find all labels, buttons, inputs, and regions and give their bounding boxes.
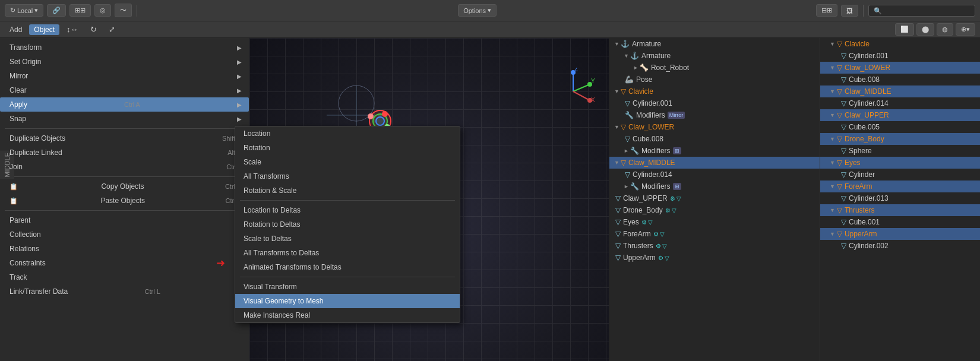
options-dropdown[interactable]: Options ▾: [458, 4, 497, 17]
submenu-rotation-scale[interactable]: Rotation & Scale: [235, 183, 460, 198]
menu-item-dup-linked[interactable]: Duplicate Linked Alt D: [0, 145, 249, 160]
menu-item-paste-objects[interactable]: 📋 Paste Objects Ctrl V: [0, 194, 249, 208]
scene-item-claw-upper[interactable]: ▽ Claw_UPPER ⚙ ▽: [609, 192, 820, 204]
submenu-scale-deltas[interactable]: Scale to Deltas: [235, 232, 460, 246]
local-dropdown[interactable]: ↻ Local ▾: [5, 4, 43, 17]
outliner-item-o-forearm[interactable]: ▼ ▽ ForeArm: [820, 180, 980, 192]
scene-item-cyl-001[interactable]: ▽ Cylinder.001: [609, 97, 820, 109]
arrow-icon: ▶: [237, 102, 242, 108]
curve-btn[interactable]: 〜: [115, 4, 132, 17]
menu-item-clear[interactable]: Clear ▶: [0, 83, 249, 97]
menu-item-relations[interactable]: Relations ▶: [0, 242, 249, 256]
scene-item-drone-body[interactable]: ▽ Drone_Body ⚙ ▽: [609, 204, 820, 216]
menu-item-snap[interactable]: Snap ▶: [0, 112, 249, 126]
menu-item-constraints[interactable]: Constraints ➜ ▶: [0, 256, 249, 270]
divider1: [5, 128, 244, 129]
menu-item-collection[interactable]: Collection ▶: [0, 227, 249, 242]
submenu-rotation[interactable]: Rotation: [235, 141, 460, 155]
outliner-item-o-eyes[interactable]: ▼ ▽ Eyes: [820, 157, 980, 169]
outliner-item-o-cyl002[interactable]: ▽ Cylinder.002: [820, 240, 980, 252]
sphere-icon[interactable]: ◍: [937, 23, 953, 36]
outliner-item-o-cube005[interactable]: ▽ Cube.005: [820, 121, 980, 133]
arrow-icon: ▶: [237, 45, 242, 51]
submenu-scale[interactable]: Scale: [235, 155, 460, 169]
menu-item-apply[interactable]: Apply Ctrl A ▶: [0, 97, 249, 112]
outliner-item-o-cyl014[interactable]: ▽ Cylinder.014: [820, 97, 980, 109]
menu-item-parent[interactable]: Parent ▶: [0, 213, 249, 227]
scene-item-root-robot[interactable]: ► 🦴 Root_Robot: [609, 62, 820, 74]
local-icon: ↻: [10, 7, 15, 14]
scene-item-cube-008[interactable]: ▽ Cube.008: [609, 133, 820, 145]
red-arrow-constraints: ➜: [216, 256, 225, 270]
scene-item-mod-3[interactable]: ► 🔧 Modifiers ⊞: [609, 180, 820, 192]
outliner-item-o-upperarm[interactable]: ▼ ▽ UpperArm: [820, 228, 980, 240]
outliner-item-o-clavicle[interactable]: ▼ ▽ Clavicle: [820, 38, 980, 50]
scene-item-mod-1[interactable]: 🔧 Modifiers Mirror: [609, 109, 820, 121]
scale-icon[interactable]: ⤢: [104, 23, 120, 36]
submenu-rot-deltas[interactable]: Rotation to Deltas: [235, 217, 460, 232]
o-label: UpperArm: [845, 230, 877, 238]
outliner-item-o-cyl001[interactable]: ▽ Cylinder.001: [820, 50, 980, 62]
menu-item-copy-objects[interactable]: 📋 Copy Objects Ctrl C: [0, 179, 249, 194]
scene-item-mod-2[interactable]: ► 🔧 Modifiers ⊞: [609, 145, 820, 157]
cube-icon[interactable]: ⬜: [895, 23, 914, 36]
transform-icon[interactable]: ↕↔: [62, 23, 83, 36]
outliner-item-o-cube001[interactable]: ▽ Cube.001: [820, 216, 980, 228]
outliner-item-o-claw-middle[interactable]: ▼ ▽ Claw_MIDDLE: [820, 86, 980, 97]
submenu-make-instances[interactable]: Make Instances Real: [235, 308, 460, 322]
scene-item-clavicle[interactable]: ▼ ▽ Clavicle: [609, 86, 820, 97]
submenu-loc-deltas[interactable]: Location to Deltas: [235, 203, 460, 217]
submenu-visual-transform[interactable]: Visual Transform: [235, 280, 460, 294]
scene-item-claw-lower[interactable]: ▼ ▽ Claw_LOWER: [609, 121, 820, 133]
tree-type-icon: ▽: [615, 218, 621, 226]
layout-btn[interactable]: ⊟⊞: [816, 4, 837, 17]
scene-item-cyl-014[interactable]: ▽ Cylinder.014: [609, 169, 820, 180]
o-arrow: ▼: [830, 231, 835, 237]
menu-item-link-transfer[interactable]: Link/Transfer Data Ctrl L ▶: [0, 284, 249, 299]
search-input[interactable]: [868, 5, 975, 17]
outliner-item-o-thrusters[interactable]: ▼ ▽ Thrusters: [820, 204, 980, 216]
outliner-item-o-claw-upper[interactable]: ▼ ▽ Claw_UPPER: [820, 109, 980, 121]
submenu-visual-geo[interactable]: Visual Geometry to Mesh: [235, 294, 460, 308]
scene-item-armature-root[interactable]: ▼ ⚓ Armature: [609, 38, 820, 50]
link-btn[interactable]: 🔗: [47, 4, 66, 17]
rotate-icon[interactable]: ↻: [86, 23, 102, 36]
o-label: Sphere: [849, 147, 872, 155]
scene-item-forearm[interactable]: ▽ ForeArm ⚙ ▽: [609, 228, 820, 240]
tree-label: Armature: [632, 40, 661, 48]
tree-label: Claw_MIDDLE: [628, 159, 675, 167]
scene-item-eyes[interactable]: ▽ Eyes ⚙ ▽: [609, 216, 820, 228]
menu-item-dup-objects[interactable]: Duplicate Objects Shift D: [0, 131, 249, 145]
tree-arrow: ►: [633, 65, 638, 71]
menu-item-mirror[interactable]: Mirror ▶: [0, 69, 249, 83]
object-button[interactable]: Object: [29, 24, 59, 35]
outliner-item-o-cyl013[interactable]: ▽ Cylinder.013: [820, 192, 980, 204]
image-btn[interactable]: 🖼: [841, 5, 858, 17]
scene-item-upperarm[interactable]: ▽ UpperArm ⚙ ▽: [609, 252, 820, 264]
scene-item-claw-middle[interactable]: ▼ ▽ Claw_MIDDLE: [609, 157, 820, 169]
scene-item-armature-child[interactable]: ▼ ⚓ Armature: [609, 50, 820, 62]
scene-item-thrusters[interactable]: ▽ Thrusters ⚙ ▽: [609, 240, 820, 252]
svg-point-6: [571, 70, 576, 75]
menu-item-join[interactable]: Join Ctrl J: [0, 160, 249, 174]
outliner-item-o-sphere[interactable]: ▽ Sphere: [820, 145, 980, 157]
submenu-all-transforms[interactable]: All Transforms: [235, 169, 460, 183]
circle-icon[interactable]: ⬤: [916, 23, 934, 36]
svg-point-21: [368, 113, 374, 119]
outliner-item-o-drone-body[interactable]: ▼ ▽ Drone_Body: [820, 133, 980, 145]
menu-item-transform[interactable]: Transform ▶: [0, 40, 249, 55]
submenu-anim-deltas[interactable]: Animated Transforms to Deltas: [235, 260, 460, 274]
proportional-btn[interactable]: ◎: [94, 4, 111, 17]
outliner-item-o-cylinder[interactable]: ▽ Cylinder: [820, 169, 980, 180]
menu-item-track[interactable]: Track ▶: [0, 270, 249, 284]
submenu-all-deltas[interactable]: All Transforms to Deltas: [235, 246, 460, 260]
menu-item-set-origin[interactable]: Set Origin ▶: [0, 55, 249, 69]
submenu-location[interactable]: Location: [235, 126, 460, 141]
outliner-item-o-claw-lower[interactable]: ▼ ▽ Claw_LOWER: [820, 62, 980, 74]
add-button[interactable]: Add: [5, 24, 27, 35]
scene-item-pose[interactable]: 🦾 Pose: [609, 74, 820, 86]
outliner-item-o-cube008[interactable]: ▽ Cube.008: [820, 74, 980, 86]
snap-btn[interactable]: ⊞⊞: [69, 4, 91, 17]
mod-badge: ⊞: [673, 183, 681, 190]
more-shapes-btn[interactable]: ⊕▾: [956, 23, 975, 36]
